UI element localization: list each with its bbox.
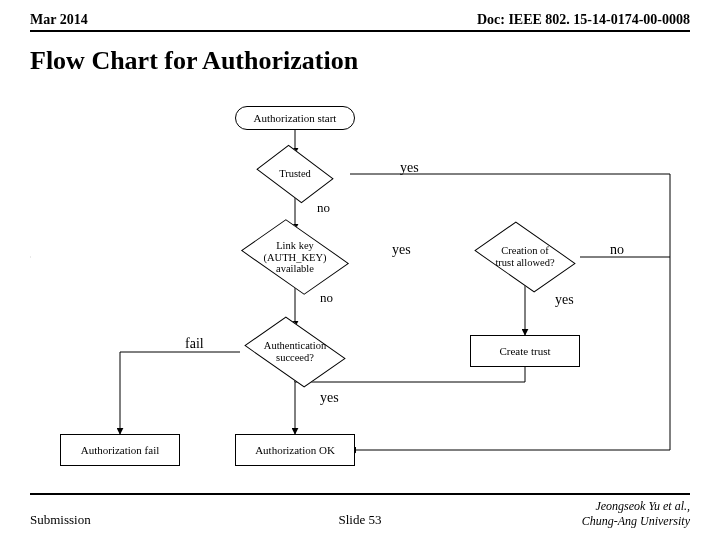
slide-footer: Submission Slide 53 Jeongseok Yu et al.,… [30, 493, 690, 528]
edge-trusted-no: no [317, 200, 330, 216]
flowchart-connectors [30, 82, 690, 482]
slide-header: Mar 2014 Doc: IEEE 802. 15-14-0174-00-00… [30, 12, 690, 32]
edge-creation-no: no [610, 242, 624, 258]
header-date: Mar 2014 [30, 12, 88, 28]
header-doc: Doc: IEEE 802. 15-14-0174-00-0008 [477, 12, 690, 28]
edge-auth-fail: fail [185, 336, 204, 352]
slide-title: Flow Chart for Authorization [30, 46, 690, 76]
edge-creation-yes: yes [555, 292, 574, 308]
flowchart: Authorization start Trusted yes no Link … [30, 82, 690, 482]
node-creation-trust-label: Creation oftrust allowed? [480, 245, 570, 268]
footer-author: Jeongseok Yu et al., [595, 499, 690, 513]
edge-trusted-yes: yes [400, 160, 419, 176]
footer-right: Jeongseok Yu et al., Chung-Ang Universit… [582, 499, 690, 528]
edge-auth-yes: yes [320, 390, 339, 406]
node-trusted-label: Trusted [279, 168, 311, 180]
node-auth-start: Authorization start [235, 106, 355, 130]
node-auth-ok: Authorization OK [235, 434, 355, 466]
footer-affiliation: Chung-Ang University [582, 514, 690, 528]
node-create-trust: Create trust [470, 335, 580, 367]
node-auth-succeed-label: Authenticationsucceed? [247, 340, 343, 363]
node-auth-fail: Authorization fail [60, 434, 180, 466]
footer-left: Submission [30, 512, 91, 528]
edge-linkkey-no: no [320, 290, 333, 306]
edge-linkkey-yes: yes [392, 242, 411, 258]
node-link-key-label: Link key(AUTH_KEY)available [250, 240, 340, 275]
